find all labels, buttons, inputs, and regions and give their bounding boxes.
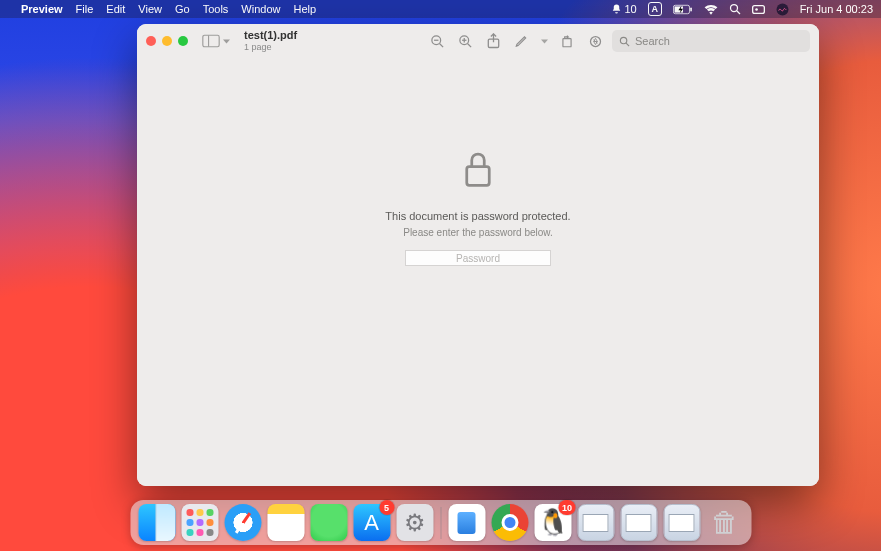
menu-tools[interactable]: Tools — [203, 3, 229, 15]
menubar: Preview File Edit View Go Tools Window H… — [0, 0, 881, 18]
menubar-app-name[interactable]: Preview — [21, 3, 63, 15]
input-source-icon[interactable]: A — [648, 2, 662, 16]
dock-app-window-2[interactable] — [620, 504, 657, 541]
desktop: Preview File Edit View Go Tools Window H… — [0, 0, 881, 551]
svg-rect-2 — [690, 7, 692, 11]
zoom-out-button[interactable] — [426, 28, 448, 54]
document-content-area: This document is password protected. Ple… — [137, 58, 819, 486]
battery-icon[interactable] — [673, 4, 693, 15]
menubar-clock[interactable]: Fri Jun 4 00:23 — [800, 3, 873, 15]
dock-trash[interactable]: 🗑 — [706, 504, 743, 541]
qq-badge: 10 — [559, 500, 575, 515]
chevron-down-icon — [541, 39, 548, 44]
markup-dropdown-button[interactable] — [538, 28, 550, 54]
spotlight-icon[interactable] — [729, 3, 741, 15]
svg-point-20 — [620, 37, 626, 43]
menu-go[interactable]: Go — [175, 3, 190, 15]
svg-line-14 — [467, 43, 470, 46]
chevron-down-icon — [223, 39, 230, 44]
dock-app-window-3[interactable] — [663, 504, 700, 541]
document-filename: test(1).pdf — [244, 30, 297, 42]
menu-view[interactable]: View — [138, 3, 162, 15]
zoom-in-button[interactable] — [454, 28, 476, 54]
close-window-button[interactable] — [146, 36, 156, 46]
lock-icon — [463, 150, 493, 192]
dock-app-launchpad[interactable] — [181, 504, 218, 541]
dock-app-qq[interactable]: 🐧10 — [534, 504, 571, 541]
sidebar-view-button[interactable] — [202, 34, 230, 48]
svg-rect-8 — [203, 35, 219, 46]
share-button[interactable] — [482, 28, 504, 54]
dock-app-messages[interactable] — [310, 504, 347, 541]
protected-message: This document is password protected. — [385, 210, 570, 222]
dock-app-appstore[interactable]: A5 — [353, 504, 390, 541]
dock-app-safari[interactable] — [224, 504, 261, 541]
svg-line-11 — [439, 43, 442, 46]
search-field[interactable]: Search — [612, 30, 810, 52]
svg-rect-18 — [563, 38, 571, 46]
svg-point-3 — [730, 5, 737, 12]
appstore-badge: 5 — [379, 500, 394, 515]
svg-point-6 — [755, 8, 758, 11]
zoom-window-button[interactable] — [178, 36, 188, 46]
search-icon — [619, 36, 630, 47]
menu-window[interactable]: Window — [241, 3, 280, 15]
window-controls — [146, 36, 188, 46]
dock-app-quicktime[interactable] — [448, 504, 485, 541]
svg-point-7 — [776, 3, 788, 15]
search-placeholder: Search — [635, 35, 670, 47]
password-input[interactable] — [405, 250, 551, 266]
dock-app-window-1[interactable] — [577, 504, 614, 541]
window-toolbar: test(1).pdf 1 page — [137, 24, 819, 58]
dock-separator — [440, 507, 441, 539]
minimize-window-button[interactable] — [162, 36, 172, 46]
siri-icon[interactable] — [776, 3, 789, 16]
dock: A5 ⚙ 🐧10 🗑 — [130, 500, 751, 545]
dock-app-finder[interactable] — [138, 504, 175, 541]
menu-help[interactable]: Help — [293, 3, 316, 15]
document-page-count: 1 page — [244, 43, 297, 52]
svg-line-21 — [626, 43, 629, 46]
dock-app-notes[interactable] — [267, 504, 304, 541]
preview-window: test(1).pdf 1 page — [137, 24, 819, 486]
dock-app-settings[interactable]: ⚙ — [396, 504, 433, 541]
dock-app-chrome[interactable] — [491, 504, 528, 541]
wifi-icon[interactable] — [704, 4, 718, 15]
protected-subtitle: Please enter the password below. — [403, 227, 553, 238]
svg-rect-22 — [467, 167, 490, 186]
menu-file[interactable]: File — [76, 3, 94, 15]
svg-line-4 — [736, 11, 739, 14]
document-title-block: test(1).pdf 1 page — [244, 30, 297, 52]
svg-rect-5 — [752, 5, 764, 13]
markup-button[interactable] — [510, 28, 532, 54]
highlight-button[interactable] — [584, 28, 606, 54]
menu-edit[interactable]: Edit — [106, 3, 125, 15]
control-center-icon[interactable] — [752, 4, 765, 15]
notification-center-icon[interactable]: 10 — [611, 3, 636, 15]
rotate-button[interactable] — [556, 28, 578, 54]
notification-count: 10 — [624, 3, 636, 15]
